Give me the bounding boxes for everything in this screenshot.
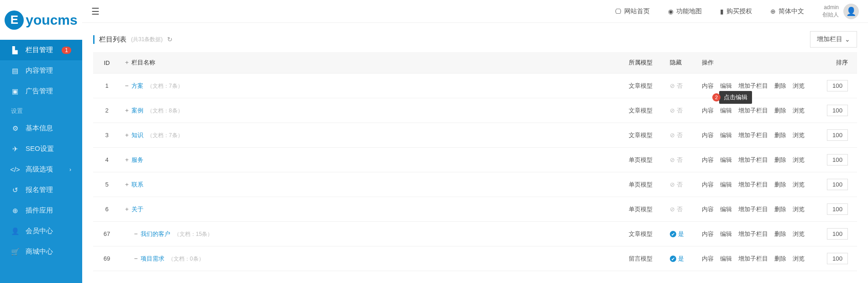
toggle-icon[interactable]: + <box>125 107 129 114</box>
logo[interactable]: Eyoucms <box>0 0 82 40</box>
op-preview[interactable]: 浏览 <box>793 156 805 163</box>
op-delete[interactable]: 删除 <box>774 156 786 163</box>
op-add-sub[interactable]: 增加子栏目 <box>738 255 768 262</box>
sort-input[interactable] <box>827 80 848 91</box>
op-content[interactable]: 内容 <box>702 156 714 163</box>
op-delete[interactable]: 删除 <box>774 82 786 89</box>
sort-input[interactable] <box>827 129 848 141</box>
category-name-link[interactable]: 我们的客户 <box>141 230 170 237</box>
sidebar-item-sitemap[interactable]: ▙栏目管理1 <box>0 40 82 60</box>
sidebar-item-plane[interactable]: ✈SEO设置 <box>0 139 82 159</box>
sidebar-item-gear[interactable]: ⚙基本信息 <box>0 118 82 139</box>
sort-input[interactable] <box>827 253 848 264</box>
op-add-sub[interactable]: 增加子栏目 <box>738 230 768 237</box>
op-delete[interactable]: 删除 <box>774 107 786 114</box>
expand-all-icon[interactable]: + <box>125 59 129 66</box>
chevron-right-icon: › <box>69 166 71 173</box>
row-hidden[interactable]: 否 <box>665 197 697 222</box>
op-preview[interactable]: 浏览 <box>793 181 805 188</box>
row-hidden[interactable]: 否 <box>665 172 697 197</box>
op-edit[interactable]: 编辑 <box>720 181 732 188</box>
row-model: 单页模型 <box>624 148 665 172</box>
op-delete[interactable]: 删除 <box>774 132 786 139</box>
toggle-icon[interactable]: − <box>134 230 138 237</box>
op-add-sub[interactable]: 增加子栏目 <box>738 132 768 139</box>
op-preview[interactable]: 浏览 <box>793 230 805 237</box>
topbar-language[interactable]: ⊕ 简体中文 <box>770 7 804 16</box>
category-name-link[interactable]: 服务 <box>132 156 143 163</box>
toggle-icon[interactable]: + <box>125 181 129 188</box>
sidebar-item-code[interactable]: </>高级选项› <box>0 159 82 180</box>
op-content[interactable]: 内容 <box>702 255 714 262</box>
sidebar-item-undo[interactable]: ↺报名管理 <box>0 180 82 200</box>
toggle-icon[interactable]: + <box>125 132 129 139</box>
sort-input[interactable] <box>827 179 848 190</box>
op-add-sub[interactable]: 增加子栏目 <box>738 107 768 114</box>
op-content[interactable]: 内容 <box>702 82 714 89</box>
refresh-icon[interactable]: ↻ <box>167 36 173 43</box>
sort-input[interactable] <box>827 105 848 116</box>
op-preview[interactable]: 浏览 <box>793 82 805 89</box>
toggle-icon[interactable]: + <box>125 206 129 213</box>
op-preview[interactable]: 浏览 <box>793 255 805 262</box>
op-delete[interactable]: 删除 <box>774 255 786 262</box>
user-menu[interactable]: admin 创始人 👤 <box>822 4 859 19</box>
category-name-link[interactable]: 项目需求 <box>141 255 164 262</box>
row-hidden[interactable]: 是 <box>665 222 697 246</box>
category-name-link[interactable]: 知识 <box>132 132 143 139</box>
op-add-sub[interactable]: 增加子栏目 <box>738 82 768 89</box>
sidebar-item-image[interactable]: ▣广告管理 <box>0 81 82 101</box>
category-name-link[interactable]: 案例 <box>132 107 143 114</box>
op-add-sub[interactable]: 增加子栏目 <box>738 181 768 188</box>
topbar-site-home[interactable]: 🖵 网站首页 <box>615 7 650 16</box>
op-preview[interactable]: 浏览 <box>793 132 805 139</box>
sidebar-item-user[interactable]: 👤会员中心 <box>0 221 82 241</box>
category-name-link[interactable]: 联系 <box>132 181 143 188</box>
op-content[interactable]: 内容 <box>702 107 714 114</box>
row-hidden[interactable]: 否 <box>665 98 697 123</box>
sidebar-item-cart[interactable]: 🛒商城中心 <box>0 241 82 262</box>
th-name[interactable]: +栏目名称 <box>121 52 624 74</box>
op-preview[interactable]: 浏览 <box>793 206 805 213</box>
sort-input[interactable] <box>827 203 848 215</box>
sort-input[interactable] <box>827 228 848 240</box>
row-sort-cell <box>821 246 857 271</box>
op-delete[interactable]: 删除 <box>774 230 786 237</box>
row-hidden[interactable]: 否 <box>665 148 697 172</box>
toggle-icon[interactable]: − <box>125 82 129 89</box>
op-content[interactable]: 内容 <box>702 132 714 139</box>
row-hidden[interactable]: 是 <box>665 246 697 271</box>
sidebar-item-globe[interactable]: ⊕插件应用 <box>0 200 82 221</box>
op-delete[interactable]: 删除 <box>774 206 786 213</box>
sort-input[interactable] <box>827 154 848 166</box>
op-edit[interactable]: 编辑 <box>720 132 732 139</box>
op-add-sub[interactable]: 增加子栏目 <box>738 156 768 163</box>
sidebar-item-list[interactable]: ▤内容管理 <box>0 60 82 81</box>
op-content[interactable]: 内容 <box>702 206 714 213</box>
row-hidden[interactable]: 否 <box>665 123 697 148</box>
row-hidden[interactable]: 否 <box>665 74 697 98</box>
op-edit[interactable]: 编辑 <box>720 82 732 89</box>
toggle-icon[interactable]: − <box>134 255 138 262</box>
category-name-link[interactable]: 关于 <box>132 206 143 213</box>
add-category-button[interactable]: 增加栏目 ⌄ <box>810 31 857 48</box>
category-name-link[interactable]: 方案 <box>132 82 143 89</box>
toggle-icon[interactable]: + <box>125 156 129 163</box>
op-edit[interactable]: 编辑 <box>720 206 732 213</box>
topbar-buy-license[interactable]: ▮ 购买授权 <box>720 7 752 16</box>
op-delete[interactable]: 删除 <box>774 181 786 188</box>
op-content[interactable]: 内容 <box>702 230 714 237</box>
row-ops: 内容编辑增加子栏目删除浏览 <box>697 148 821 172</box>
op-edit[interactable]: 编辑 <box>720 230 732 237</box>
op-edit[interactable]: 编辑 <box>720 255 732 262</box>
op-edit[interactable]: 编辑 <box>720 107 732 114</box>
op-preview[interactable]: 浏览 <box>793 107 805 114</box>
topbar-feature-map[interactable]: ◉ 功能地图 <box>668 7 702 16</box>
op-content[interactable]: 内容 <box>702 181 714 188</box>
op-edit[interactable]: 编辑 <box>720 156 732 163</box>
hamburger-icon[interactable]: ☰ <box>91 6 100 17</box>
sidebar-item-label: 插件应用 <box>26 206 53 215</box>
row-name-cell: +联系 <box>121 172 624 197</box>
op-add-sub[interactable]: 增加子栏目 <box>738 206 768 213</box>
image-icon: ▣ <box>11 87 19 96</box>
